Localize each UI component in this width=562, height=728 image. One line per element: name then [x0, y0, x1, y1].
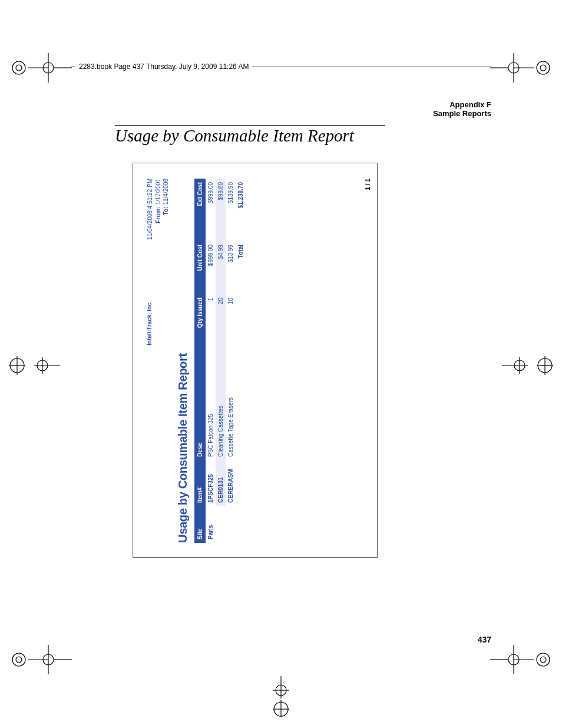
- report-page: IntelliTrack, Inc. 11/04/2008 4:51:22 PM…: [133, 163, 378, 558]
- cropmark-mid-right: [502, 354, 555, 377]
- table-row: Paris 1PSCF325 PSC Falcon 325 1 $999.00 …: [206, 179, 216, 543]
- svg-point-7: [508, 62, 519, 73]
- cropmark-bottom-left: [7, 644, 72, 676]
- svg-point-34: [537, 653, 550, 666]
- col-desc: Desc: [194, 338, 206, 460]
- report-to-label: To:: [163, 206, 169, 215]
- svg-point-0: [12, 61, 25, 74]
- cropmark-bottom-right: [490, 644, 555, 676]
- svg-point-25: [16, 657, 22, 663]
- appendix-line-2: Sample Reports: [433, 109, 491, 118]
- report-table: Site Item# Desc Qty Issued Unit Cost Ext…: [194, 179, 246, 543]
- svg-point-10: [537, 61, 550, 74]
- col-qty: Qty Issued: [194, 294, 206, 338]
- report-screenshot: IntelliTrack, Inc. 11/04/2008 4:51:22 PM…: [133, 163, 378, 558]
- cell-qty: 20: [216, 294, 226, 338]
- cell-qty: 1: [206, 294, 216, 338]
- svg-point-15: [37, 360, 48, 371]
- svg-point-28: [43, 654, 54, 665]
- col-item: Item#: [194, 460, 206, 506]
- table-row: CERERASM Cassette Tape Erasers 10 $13.99…: [226, 179, 236, 543]
- table-header-row: Site Item# Desc Qty Issued Unit Cost Ext…: [194, 179, 206, 543]
- appendix-header: Appendix F Sample Reports: [433, 100, 491, 118]
- svg-point-21: [538, 358, 552, 373]
- section-rule: [115, 125, 385, 126]
- cell-ext: $139.90: [226, 179, 236, 241]
- cell-qty: 10: [226, 294, 236, 338]
- cell-site: Paris: [206, 506, 246, 543]
- report-page-indicator: 1 / 1: [365, 179, 371, 190]
- svg-point-1: [16, 65, 22, 71]
- cell-item: CER0131: [216, 460, 226, 506]
- appendix-line-1: Appendix F: [433, 100, 491, 109]
- report-meta: 11/04/2008 4:51:22 PM From: 1/17/2001 To…: [146, 179, 170, 240]
- report-title: Usage by Consumable Item Report: [176, 179, 190, 543]
- svg-point-19: [514, 360, 525, 371]
- report-to-value: 11/4/2008: [163, 179, 169, 205]
- svg-point-11: [540, 65, 546, 71]
- cropmark-top-right: [490, 52, 555, 84]
- table-total-row: Total $1,238.70: [236, 179, 246, 543]
- svg-point-24: [12, 653, 25, 666]
- svg-point-35: [540, 657, 546, 663]
- col-unit: Unit Cost: [194, 241, 206, 294]
- svg-point-4: [43, 62, 54, 73]
- cell-desc: Cleaning Cassettes: [216, 338, 226, 460]
- total-label: Total: [236, 241, 246, 294]
- cell-item: CERERASM: [226, 460, 236, 506]
- cell-desc: Cassette Tape Erasers: [226, 338, 236, 460]
- cell-item: 1PSCF325: [206, 460, 216, 506]
- table-row: CER0131 Cleaning Cassettes 20 $4.99 $99.…: [216, 179, 226, 543]
- page-number: 437: [478, 635, 491, 644]
- svg-point-39: [274, 702, 288, 716]
- total-value: $1,238.70: [236, 179, 246, 241]
- cell-desc: PSC Falcon 325: [206, 338, 216, 460]
- col-site: Site: [194, 506, 206, 543]
- cell-unit: $13.99: [226, 241, 236, 294]
- report-timestamp: 11/04/2008 4:51:22 PM: [146, 179, 154, 240]
- section-title: Usage by Consumable Item Report: [115, 126, 354, 146]
- report-from-value: 1/17/2001: [155, 179, 161, 205]
- cell-unit: $999.00: [206, 241, 216, 294]
- report-company: IntelliTrack, Inc.: [146, 301, 153, 345]
- cell-unit: $4.99: [216, 241, 226, 294]
- svg-point-31: [508, 654, 519, 665]
- cell-ext: $99.80: [216, 179, 226, 241]
- svg-point-37: [276, 685, 286, 696]
- cropmark-mid-left: [7, 354, 60, 377]
- cell-ext: $999.00: [206, 179, 216, 241]
- cropmark-top-left: [7, 52, 72, 84]
- col-ext: Ext Cost: [194, 179, 206, 241]
- report-from-label: From:: [155, 206, 161, 223]
- svg-point-12: [10, 358, 24, 373]
- running-header: 2283.book Page 437 Thursday, July 9, 200…: [75, 62, 252, 71]
- cropmark-bottom-center: [269, 676, 293, 717]
